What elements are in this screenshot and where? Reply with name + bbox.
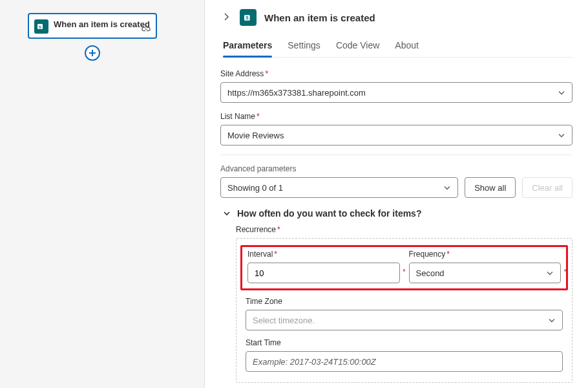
tab-about[interactable]: About xyxy=(395,38,419,57)
highlight-annotation: Interval* * Frequency* Second xyxy=(240,245,568,290)
chevron-down-icon xyxy=(223,211,231,216)
recurrence-section-title: How often do you want to check for items… xyxy=(237,208,421,219)
list-name-label: List Name* xyxy=(220,112,572,121)
detail-tabs: Parameters Settings Code View About xyxy=(220,38,572,58)
start-time-label: Start Time xyxy=(246,338,563,347)
recurrence-group: Interval* * Frequency* Second xyxy=(236,238,572,383)
trigger-node[interactable]: S When an item is created xyxy=(28,13,157,39)
advanced-parameters-select[interactable]: Showing 0 of 1 xyxy=(220,177,458,198)
interval-label: Interval* xyxy=(247,250,400,259)
link-icon xyxy=(142,25,151,34)
recurrence-label: Recurrence* xyxy=(236,225,572,234)
interval-input[interactable] xyxy=(247,263,400,283)
add-action-button[interactable] xyxy=(85,45,100,61)
collapse-panel-button[interactable] xyxy=(220,11,232,25)
detail-title: When an item is created xyxy=(264,12,375,23)
show-all-button[interactable]: Show all xyxy=(465,177,516,198)
svg-text:S: S xyxy=(246,16,249,20)
trigger-node-title: When an item is created xyxy=(54,19,150,30)
divider xyxy=(220,155,572,155)
clear-all-button: Clear all xyxy=(522,177,572,198)
advanced-parameters-label: Advanced parameters xyxy=(220,164,572,173)
tab-parameters[interactable]: Parameters xyxy=(223,38,272,57)
timezone-label: Time Zone xyxy=(246,297,563,306)
tab-settings[interactable]: Settings xyxy=(288,38,320,57)
canvas-pane: S When an item is created xyxy=(0,0,204,388)
start-time-input[interactable] xyxy=(246,351,563,372)
tab-code-view[interactable]: Code View xyxy=(336,38,379,57)
sharepoint-icon: S xyxy=(240,9,257,26)
detail-pane: S When an item is created Parameters Set… xyxy=(204,0,588,388)
svg-text:S: S xyxy=(39,25,41,29)
site-address-select[interactable]: https://m365x373381.sharepoint.com xyxy=(220,82,572,103)
chevron-down-icon xyxy=(558,88,565,98)
recurrence-section-toggle[interactable]: How often do you want to check for items… xyxy=(220,208,572,219)
chevron-down-icon xyxy=(443,183,451,193)
site-address-label: Site Address* xyxy=(220,69,572,78)
sharepoint-icon: S xyxy=(34,19,48,34)
frequency-select[interactable]: Second xyxy=(409,263,562,283)
frequency-label: Frequency* xyxy=(409,250,562,259)
timezone-select[interactable]: Select timezone. xyxy=(246,310,563,330)
chevron-down-icon xyxy=(546,268,554,278)
chevron-down-icon xyxy=(548,316,556,325)
chevron-down-icon xyxy=(558,131,565,140)
list-name-select[interactable]: Movie Reviews xyxy=(220,125,572,146)
